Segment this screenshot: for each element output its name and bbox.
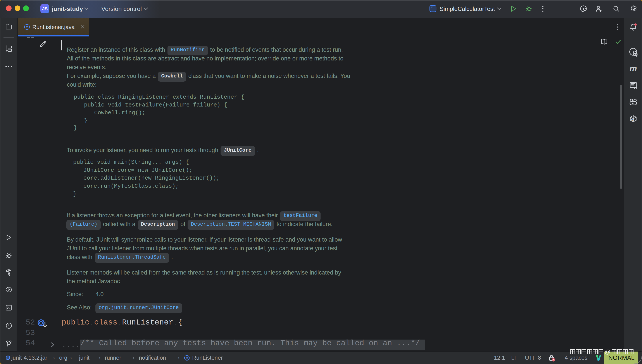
svg-text:ML: ML bbox=[631, 119, 635, 122]
svg-text:C: C bbox=[26, 25, 28, 29]
svg-text:C: C bbox=[186, 356, 188, 360]
